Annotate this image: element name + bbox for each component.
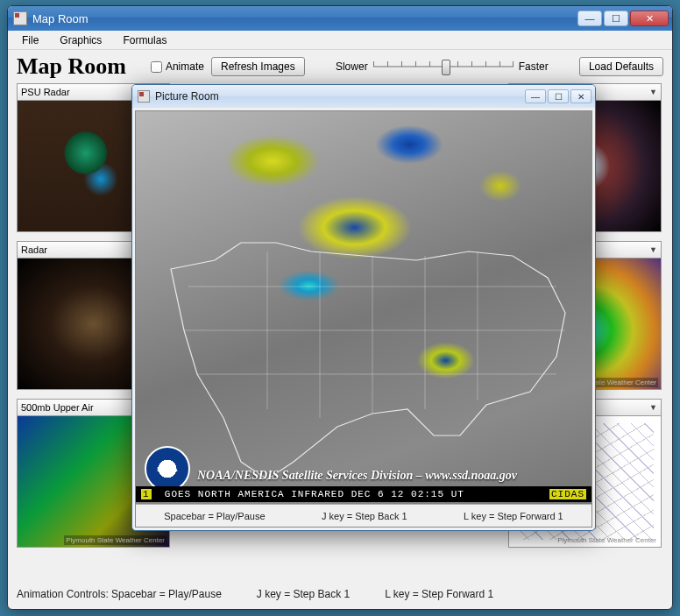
chevron-down-icon: ▼ (649, 88, 657, 96)
child-maximize-button[interactable]: ☐ (548, 89, 569, 103)
picture-room-window[interactable]: Picture Room — ☐ ✕ NOAA NOAA/NESDIS Sate… (131, 84, 596, 531)
maximize-button[interactable]: ☐ (604, 11, 628, 26)
satellite-info-strip: 1 GOES NORTH AMERICA INFRARED DEC 6 12 0… (136, 486, 591, 502)
tile-label: Radar (21, 244, 47, 255)
noaa-logo-icon: NOAA (145, 446, 190, 492)
child-title: Picture Room (155, 90, 219, 103)
slower-label: Slower (336, 60, 368, 73)
child-close-button[interactable]: ✕ (570, 89, 591, 103)
hint-back: J key = Step Back 1 (322, 511, 407, 521)
header-controls: Map Room Animate Refresh Images Slower F… (8, 50, 672, 83)
app-icon (13, 11, 27, 25)
frame-number: 1 (141, 489, 152, 499)
tile-label: PSU Radar (21, 87, 70, 97)
hint-fwd: L key = Step Forward 1 (464, 511, 563, 521)
sat-image-content (136, 111, 591, 527)
animate-label: Animate (166, 60, 204, 73)
tile-label: 500mb Upper Air (21, 402, 94, 413)
load-defaults-button[interactable]: Load Defaults (579, 57, 663, 76)
app-icon (138, 90, 150, 103)
main-title: Map Room (32, 12, 89, 25)
noaa-credit: NOAA/NESDIS Satellite Services Division … (197, 469, 586, 483)
page-title: Map Room (17, 53, 126, 80)
minimize-button[interactable]: — (577, 11, 602, 26)
speed-slider-group: Slower Faster (312, 58, 572, 75)
menu-formulas[interactable]: Formulas (114, 32, 175, 48)
speed-slider[interactable] (373, 58, 514, 75)
faster-label: Faster (519, 60, 549, 73)
menubar: File Graphics Formulas (8, 31, 672, 50)
keyboard-hints: Spacebar = Play/Pause J key = Step Back … (136, 504, 591, 527)
chevron-down-icon: ▼ (649, 245, 657, 254)
close-button[interactable]: ✕ (630, 11, 669, 26)
slider-thumb[interactable] (442, 60, 450, 75)
menu-file[interactable]: File (13, 32, 47, 48)
animation-controls-legend: Animation Controls: Spacebar = Play/Paus… (17, 588, 663, 600)
hint-play: Spacebar = Play/Pause (164, 511, 265, 521)
watermark: Plymouth State Weather Center (556, 535, 658, 545)
animate-checkbox[interactable]: Animate (151, 60, 204, 73)
child-minimize-button[interactable]: — (525, 89, 546, 103)
refresh-button[interactable]: Refresh Images (211, 57, 305, 76)
animate-input[interactable] (151, 61, 162, 73)
main-titlebar[interactable]: Map Room — ☐ ✕ (8, 6, 672, 31)
child-titlebar[interactable]: Picture Room — ☐ ✕ (132, 85, 595, 108)
satellite-image[interactable]: NOAA NOAA/NESDIS Satellite Services Divi… (135, 110, 592, 527)
chevron-down-icon: ▼ (649, 403, 657, 412)
menu-graphics[interactable]: Graphics (51, 32, 110, 48)
watermark: Plymouth State Weather Center (64, 535, 166, 545)
